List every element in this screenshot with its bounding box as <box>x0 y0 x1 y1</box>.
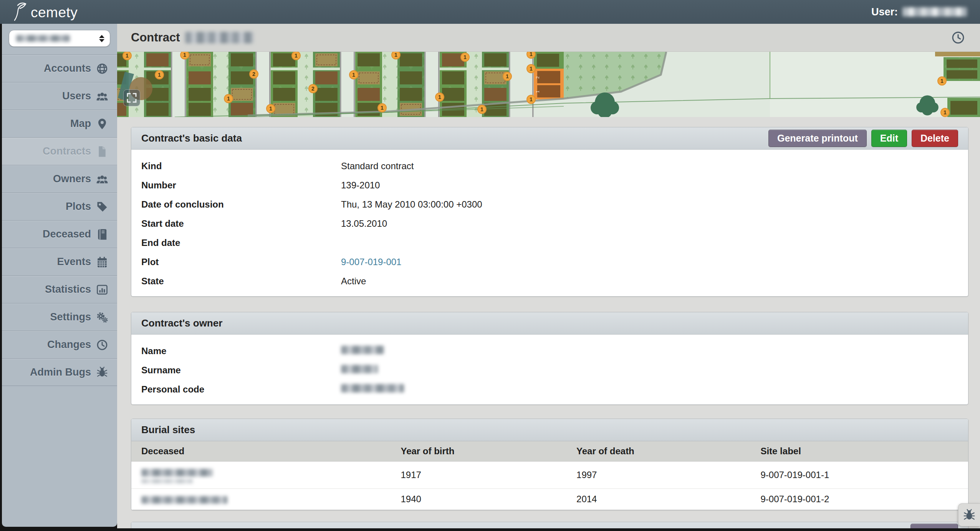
plot-link[interactable]: 9-007-019-001 <box>341 257 401 267</box>
clock-icon <box>96 339 108 351</box>
main-content: Contract 2111112112111111111111 Contract… <box>117 24 980 528</box>
report-bug-button[interactable] <box>958 503 980 526</box>
svg-text:1: 1 <box>944 109 947 115</box>
bar-chart-icon <box>96 284 108 295</box>
owner-name-redacted <box>341 346 384 354</box>
panel-burial-sites: Burial sites Deceased Year of birth Year… <box>131 419 968 510</box>
svg-text:1: 1 <box>506 73 509 79</box>
delete-button[interactable]: Delete <box>912 130 958 147</box>
account-select-value-redacted <box>16 35 70 42</box>
info-row-personal-code: Personal code <box>131 380 968 399</box>
select-arrows-icon <box>99 35 104 42</box>
info-row-name: Name <box>131 341 968 361</box>
cemetery-map[interactable]: 2111112112111111111111 <box>117 52 980 117</box>
brand-name: cemety <box>31 2 78 24</box>
calendar-icon <box>96 256 108 268</box>
svg-text:1: 1 <box>394 52 397 58</box>
svg-text:1: 1 <box>381 105 384 111</box>
panel-burial-sites-header: Burial sites <box>131 419 968 441</box>
svg-text:1: 1 <box>227 96 230 102</box>
sidebar-item-events[interactable]: Events <box>2 248 117 275</box>
burial-row-1[interactable]: 1917 1997 9-007-019-001-1 <box>131 462 968 489</box>
book-icon <box>96 229 108 240</box>
svg-text:1: 1 <box>530 52 533 57</box>
globe-icon <box>96 63 108 74</box>
info-row-date-of-conclusion: Date of conclusion Thu, 13 May 2010 03:0… <box>131 195 968 214</box>
sidebar-item-statistics[interactable]: Statistics <box>2 275 117 303</box>
info-row-start-date: Start date 13.05.2010 <box>131 214 968 233</box>
svg-text:2: 2 <box>311 86 315 92</box>
sidebar-item-plots[interactable]: Plots <box>2 193 117 220</box>
gears-icon <box>96 312 108 323</box>
svg-text:2: 2 <box>535 76 540 79</box>
contract-number-redacted <box>185 32 253 43</box>
panel-bills: Bills Create Number Total Created on Pri… <box>131 522 968 528</box>
burial-sites-table: Deceased Year of birth Year of death Sit… <box>131 441 968 510</box>
panel-owner-header: Contract's owner <box>131 312 968 335</box>
tag-icon <box>96 201 108 213</box>
svg-text:2: 2 <box>252 71 255 77</box>
svg-text:1: 1 <box>183 52 186 58</box>
history-clock-icon[interactable] <box>952 31 965 44</box>
page-title: Contract <box>131 31 253 45</box>
info-row-surname: Surname <box>131 361 968 380</box>
svg-text:1: 1 <box>530 66 533 72</box>
user-info: User: <box>871 6 967 18</box>
svg-text:1: 1 <box>295 53 298 59</box>
deceased-name-redacted <box>141 469 213 477</box>
svg-text:1: 1 <box>269 106 272 112</box>
sidebar-item-deceased[interactable]: Deceased <box>2 220 117 248</box>
info-row-kind: Kind Standard contract <box>131 157 968 176</box>
sidebar-item-owners[interactable]: Owners <box>2 165 117 193</box>
deceased-name-cell <box>131 489 391 510</box>
svg-text:1: 1 <box>158 72 161 78</box>
col-year-of-birth: Year of birth <box>391 441 566 462</box>
edit-button[interactable]: Edit <box>871 130 907 147</box>
col-deceased: Deceased <box>131 441 391 462</box>
top-navbar: cemety User: <box>0 0 980 24</box>
svg-text:1: 1 <box>464 54 467 60</box>
sidebar-item-admin-bugs[interactable]: Admin Bugs <box>2 358 117 386</box>
map-marker-icon <box>96 118 108 130</box>
info-row-plot: Plot 9-007-019-001 <box>131 252 968 272</box>
svg-text:1: 1 <box>940 78 944 84</box>
svg-text:1: 1 <box>352 72 355 78</box>
sidebar-item-settings[interactable]: Settings <box>2 303 117 331</box>
bug-icon <box>96 366 108 378</box>
panel-basic-data-header: Contract's basic data Generate printout … <box>131 127 968 150</box>
cemetery-map-graphic: 2111112112111111111111 <box>117 52 980 117</box>
panel-bills-header: Bills Create <box>131 522 968 528</box>
file-icon <box>96 146 108 157</box>
map-expand-button[interactable] <box>123 89 140 106</box>
sidebar: Accounts Users Map <box>2 24 117 527</box>
panel-title: Contract's owner <box>141 317 958 329</box>
info-row-state: State Active <box>131 272 968 291</box>
sidebar-item-accounts[interactable]: Accounts <box>2 54 117 82</box>
content-area: Contract's basic data Generate printout … <box>117 117 980 528</box>
account-select[interactable] <box>9 30 110 47</box>
info-row-number: Number 139-2010 <box>131 176 968 195</box>
svg-text:1: 1 <box>480 106 483 112</box>
cemety-logo[interactable]: cemety <box>13 0 78 24</box>
col-year-of-death: Year of death <box>566 441 750 462</box>
sidebar-item-changes[interactable]: Changes <box>2 331 117 358</box>
panel-title: Contract's basic data <box>141 132 768 144</box>
sidebar-item-users[interactable]: Users <box>2 82 117 110</box>
generate-printout-button[interactable]: Generate printout <box>768 130 867 147</box>
create-bill-button[interactable]: Create <box>910 524 958 528</box>
svg-text:1: 1 <box>438 94 441 100</box>
sidebar-item-map[interactable]: Map <box>2 110 117 137</box>
svg-text:1: 1 <box>530 96 533 102</box>
users-icon <box>96 91 108 102</box>
deceased-name-cell <box>131 462 391 489</box>
user-label: User: <box>871 6 898 18</box>
panel-basic-data: Contract's basic data Generate printout … <box>131 127 968 297</box>
deceased-subtext-redacted <box>141 479 193 483</box>
deceased-name-redacted <box>141 496 227 504</box>
bug-icon <box>963 509 975 521</box>
svg-text:1: 1 <box>535 91 540 93</box>
panel-title: Bills <box>141 526 910 528</box>
svg-text:1: 1 <box>126 53 129 59</box>
sidebar-item-contracts[interactable]: Contracts <box>2 137 117 165</box>
burial-row-2[interactable]: 1940 2014 9-007-019-001-2 <box>131 489 968 510</box>
